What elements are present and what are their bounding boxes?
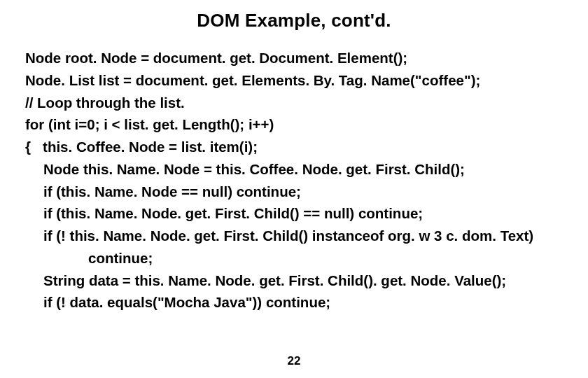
code-line: Node root. Node = document. get. Documen… <box>25 47 563 69</box>
code-line: for (int i=0; i < list. get. Length(); i… <box>25 113 563 136</box>
code-line: { this. Coffee. Node = list. item(i); <box>25 136 563 158</box>
code-line: // Loop through the list. <box>25 92 563 114</box>
slide-title: DOM Example, cont'd. <box>25 10 563 31</box>
code-line: if (this. Name. Node. get. First. Child(… <box>25 202 563 225</box>
code-line: Node this. Name. Node = this. Coffee. No… <box>25 158 563 181</box>
code-line: Node. List list = document. get. Element… <box>25 69 563 92</box>
code-line: if (! data. equals("Mocha Java")) contin… <box>25 291 563 314</box>
code-line: if (! this. Name. Node. get. First. Chil… <box>25 225 563 247</box>
page-number: 22 <box>0 354 588 368</box>
code-line: if (this. Name. Node == null) continue; <box>25 181 563 203</box>
code-line: String data = this. Name. Node. get. Fir… <box>25 270 563 292</box>
code-block: Node root. Node = document. get. Documen… <box>25 47 563 314</box>
code-line: continue; <box>25 247 563 270</box>
